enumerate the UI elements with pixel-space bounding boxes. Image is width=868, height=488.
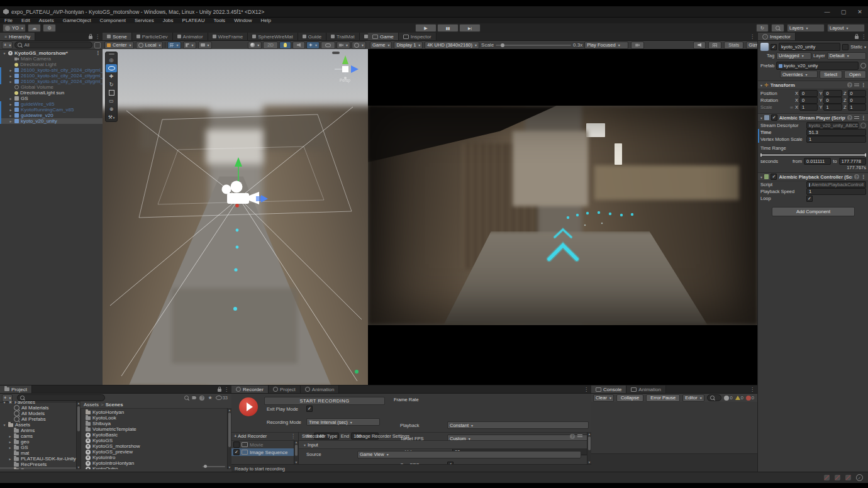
persp-label[interactable]: Persp [340, 78, 350, 82]
source-dropdown[interactable]: Game View [357, 451, 581, 458]
tab-project[interactable]: Project [0, 385, 32, 393]
collab-disabled-icon[interactable] [835, 475, 840, 480]
console-tab[interactable]: Console [591, 385, 626, 393]
project-file-item[interactable]: KyotoGS_motorshow [81, 443, 231, 449]
snap-increment-dropdown[interactable] [183, 42, 196, 49]
breadcrumb-leaf[interactable]: Scenes [106, 402, 123, 408]
time-field[interactable]: 51.3 [806, 129, 866, 136]
range-max-handle[interactable] [865, 153, 866, 157]
panel-menu-icon[interactable]: ⋮ [750, 387, 755, 392]
open-button[interactable]: Open [844, 70, 867, 79]
slider-thumb[interactable] [204, 465, 207, 468]
component-menu-icon[interactable]: ⋮ [861, 82, 866, 88]
list-scrollbar[interactable]: ▲ ▼ [294, 440, 298, 464]
pause-button[interactable]: ▮▮ [437, 24, 459, 32]
recording-mode-dropdown[interactable]: Time Interval (sec) [306, 418, 380, 426]
tool-orientation-dropdown[interactable]: Local [136, 42, 164, 49]
play-focused-dropdown[interactable]: Play Focused [584, 42, 628, 49]
panel-menu-icon[interactable]: ⋮ [750, 34, 755, 40]
foldout-icon[interactable]: ▾ [3, 401, 6, 404]
component-enabled-checkbox[interactable] [771, 174, 777, 180]
position-y-field[interactable]: 0 [823, 90, 842, 97]
search-help-icon[interactable]: ? [199, 396, 204, 401]
lock-icon[interactable] [218, 389, 221, 392]
foldout-icon[interactable]: ▸ [8, 434, 12, 438]
project-tree-item[interactable]: ▾ Scenes [0, 467, 81, 469]
console-search-input[interactable] [707, 394, 722, 401]
menu-item[interactable]: GameObject [58, 18, 96, 23]
game-tab[interactable]: Game [368, 33, 399, 40]
game-mode-dropdown[interactable]: Game [370, 42, 392, 49]
console-tab[interactable]: Animation [626, 385, 666, 393]
panel-menu-icon[interactable]: ⋮ [95, 34, 100, 40]
panel-menu-icon[interactable]: ⋮ [224, 387, 229, 392]
from-field[interactable]: 0.011111 [804, 158, 831, 165]
cache-server-disabled-icon[interactable] [824, 475, 830, 480]
project-tree-item[interactable]: Anims [0, 428, 81, 433]
layout-dropdown[interactable]: Layout [827, 24, 865, 32]
scene-visibility-icon[interactable] [94, 42, 101, 48]
loop-checkbox[interactable] [806, 196, 813, 202]
close-button[interactable]: ✕ [852, 9, 868, 15]
error-count-badge[interactable]: 0 [746, 395, 754, 401]
lock-icon[interactable] [89, 36, 92, 39]
recorder-item[interactable]: ✓ Image Sequence [231, 448, 298, 456]
snap-settings-dropdown[interactable] [198, 42, 212, 49]
project-tree-item[interactable]: All Models [0, 411, 81, 416]
project-tree-item[interactable]: ▸ geo [0, 439, 81, 445]
screenshot-button[interactable] [631, 42, 644, 49]
presets-icon[interactable] [854, 83, 859, 87]
create-object-dropdown[interactable]: + [2, 42, 13, 49]
scene-tab[interactable]: TrailMat [326, 33, 360, 40]
range-thumb[interactable] [761, 154, 865, 156]
hierarchy-item[interactable]: ▸ 26100_kyoto-shi_city_2024_citygml_1_o [0, 73, 103, 79]
rect-tool-button[interactable]: ▭ [106, 97, 117, 105]
menu-item[interactable]: File [0, 18, 17, 23]
playback-dropdown[interactable]: Constant [447, 421, 589, 429]
hierarchy-item[interactable]: ▸ 26100_kyoto-shi_city_2024_citygml_1_o [0, 79, 103, 84]
foldout-icon[interactable]: ▸ [8, 457, 12, 461]
hierarchy-item[interactable]: ▸ GS [0, 96, 103, 101]
hierarchy-item[interactable]: ▸ kyoto_v20_unity [0, 118, 103, 124]
pan-tool-button[interactable] [106, 64, 117, 72]
range-min-handle[interactable] [760, 153, 762, 157]
warning-count-badge[interactable]: 0 [735, 395, 743, 401]
static-checkbox[interactable] [842, 44, 849, 50]
transform-tool-button[interactable]: ⊕ [106, 105, 117, 113]
foldout-icon[interactable]: ▸ [9, 79, 13, 84]
project-file-item[interactable]: Shibuya [81, 421, 231, 426]
scene-menu-icon[interactable]: ⋮ [96, 50, 101, 56]
select-button[interactable]: Select [820, 70, 842, 79]
foldout-icon[interactable]: ▸ [9, 102, 13, 106]
files-scrollbar[interactable]: ▲ ▼ [227, 408, 231, 469]
draw-mode-dropdown[interactable] [248, 42, 262, 49]
help-icon[interactable]: ? [847, 82, 852, 87]
rotation-z-field[interactable]: 0 [848, 97, 866, 104]
scale-slider[interactable] [496, 45, 571, 46]
exit-play-mode-checkbox[interactable] [306, 406, 313, 412]
audio-toggle[interactable] [292, 42, 305, 49]
undo-history-icon[interactable]: ↻ [756, 24, 769, 32]
project-file-item[interactable]: KyotoHontyan [81, 409, 231, 415]
component-menu-icon[interactable]: ⋮ [861, 115, 866, 121]
favorites-star-icon[interactable]: ★ [208, 396, 212, 400]
mute-audio-toggle[interactable] [693, 42, 706, 49]
add-recorder-button[interactable]: + Add Recorder [234, 433, 267, 439]
project-file-item[interactable]: KyotoIntroHontyan [81, 460, 231, 466]
record-button[interactable] [239, 397, 258, 416]
project-search-input[interactable] [17, 394, 105, 401]
component-menu-icon[interactable]: ⋮ [861, 174, 866, 180]
scene-tab[interactable]: Scene [103, 33, 132, 40]
thumbnail-size-slider[interactable] [203, 466, 225, 467]
settings-gear-button[interactable]: ⚙ [43, 24, 56, 32]
gizmos-dropdown[interactable] [352, 42, 366, 49]
resolution-dropdown[interactable]: 4K UHD (3840x2160) [425, 42, 479, 49]
foldout-icon[interactable]: ▸ [9, 68, 13, 72]
detail-scrollbar[interactable]: ▲ ▼ [587, 432, 591, 464]
stream-descriptor-field[interactable]: kyoto_v20_unity_ABCDes [806, 122, 859, 129]
activity-ok-icon[interactable]: ✓ [856, 474, 863, 481]
2d-toggle[interactable]: 2D [263, 42, 278, 49]
project-file-item[interactable]: VolumetricTemplate [81, 426, 231, 432]
overlay-drag-handle[interactable] [332, 52, 340, 54]
camera-settings-dropdown[interactable] [337, 42, 350, 49]
